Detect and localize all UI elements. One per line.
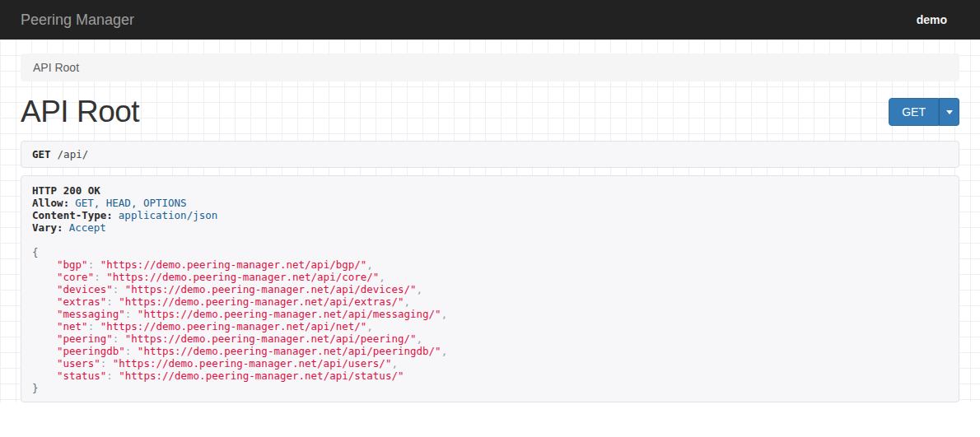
page-header-row: API Root GET — [21, 92, 959, 132]
api-link-users[interactable]: "https://demo.peering-manager.net/api/us… — [113, 357, 392, 370]
header-content-type: Content-Type:application/json — [32, 209, 948, 221]
json-entry-extras: "extras": "https://demo.peering-manager.… — [32, 295, 948, 308]
api-link-messaging[interactable]: "https://demo.peering-manager.net/api/me… — [138, 308, 441, 320]
json-entry-status: "status": "https://demo.peering-manager.… — [32, 370, 948, 382]
api-link-net[interactable]: "https://demo.peering-manager.net/api/ne… — [100, 320, 367, 332]
response-panel: HTTP 200 OK Allow:GET, HEAD, OPTIONS Con… — [21, 175, 959, 402]
json-close-brace: } — [32, 382, 948, 394]
json-entry-messaging: "messaging": "https://demo.peering-manag… — [32, 308, 948, 320]
json-entry-peeringdb: "peeringdb": "https://demo.peering-manag… — [32, 345, 948, 357]
page-title: API Root — [21, 95, 139, 129]
bottom-spacer — [0, 402, 980, 437]
api-link-peeringdb[interactable]: "https://demo.peering-manager.net/api/pe… — [138, 345, 441, 357]
json-entry-users: "users": "https://demo.peering-manager.n… — [32, 357, 948, 370]
breadcrumb: API Root — [21, 53, 959, 81]
content-area: API Root API Root GET GET/api/ HTTP 200 … — [0, 40, 980, 402]
breadcrumb-item-api-root: API Root — [33, 61, 79, 74]
api-link-devices[interactable]: "https://demo.peering-manager.net/api/de… — [125, 283, 417, 295]
request-line: GET/api/ — [21, 141, 959, 168]
json-entry-bgp: "bgp": "https://demo.peering-manager.net… — [32, 258, 948, 271]
json-entry-devices: "devices": "https://demo.peering-manager… — [32, 283, 948, 295]
status-line: HTTP 200 OK — [32, 184, 100, 197]
json-open-brace: { — [32, 246, 948, 258]
brand-link[interactable]: Peering Manager — [21, 12, 134, 29]
chevron-down-icon — [946, 110, 953, 114]
api-link-peering[interactable]: "https://demo.peering-manager.net/api/pe… — [125, 332, 417, 345]
request-path: /api/ — [58, 148, 89, 160]
header-allow: Allow:GET, HEAD, OPTIONS — [32, 197, 948, 209]
get-button-group: GET — [889, 98, 959, 126]
api-link-extras[interactable]: "https://demo.peering-manager.net/api/ex… — [119, 295, 404, 308]
json-entry-core: "core": "https://demo.peering-manager.ne… — [32, 271, 948, 283]
request-method: GET — [32, 148, 51, 160]
get-dropdown-toggle[interactable] — [939, 98, 959, 126]
api-link-bgp[interactable]: "https://demo.peering-manager.net/api/bg… — [100, 258, 367, 271]
json-entry-peering: "peering": "https://demo.peering-manager… — [32, 332, 948, 345]
api-link-core[interactable]: "https://demo.peering-manager.net/api/co… — [106, 271, 379, 283]
get-button[interactable]: GET — [889, 98, 939, 126]
api-link-status[interactable]: "https://demo.peering-manager.net/api/st… — [119, 370, 404, 382]
user-menu[interactable]: demo — [917, 13, 947, 26]
navbar: Peering Manager demo — [0, 0, 980, 40]
header-vary: Vary:Accept — [32, 221, 948, 234]
json-entry-net: "net": "https://demo.peering-manager.net… — [32, 320, 948, 332]
blank-line — [32, 234, 948, 246]
